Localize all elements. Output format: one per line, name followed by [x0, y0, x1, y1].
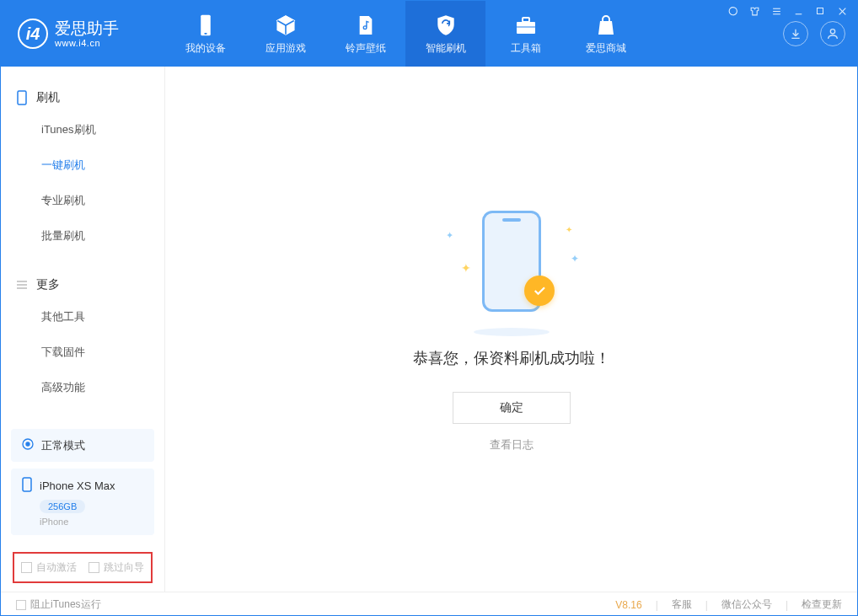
sidebar-item-firmware[interactable]: 下载固件 [1, 335, 164, 370]
footer-link-wechat[interactable]: 微信公众号 [721, 597, 772, 612]
nav-label: 应用游戏 [265, 41, 306, 56]
phone-small-icon [21, 477, 33, 495]
sidebar-head-flash: 刷机 [1, 83, 164, 112]
logo[interactable]: i4 爱思助手 www.i4.cn [1, 19, 165, 49]
cube-icon [275, 13, 297, 38]
user-button[interactable] [820, 21, 845, 46]
nav-ringtone[interactable]: 铃声壁纸 [325, 1, 405, 67]
sidebar-item-pro[interactable]: 专业刷机 [1, 183, 164, 218]
options-highlight: 自动激活 跳过向导 [13, 552, 153, 583]
footer-link-support[interactable]: 客服 [672, 597, 692, 612]
sidebar-head-more: 更多 [1, 271, 164, 299]
nav-apps[interactable]: 应用游戏 [245, 1, 325, 67]
skin-icon[interactable] [748, 4, 761, 18]
sidebar-item-advanced[interactable]: 高级功能 [1, 370, 164, 405]
sidebar-section-title: 更多 [36, 277, 60, 292]
svg-rect-10 [523, 18, 529, 22]
success-text: 恭喜您，保资料刷机成功啦！ [413, 348, 610, 368]
svg-point-18 [26, 442, 29, 446]
toolbox-icon [515, 13, 537, 38]
close-icon[interactable] [835, 4, 849, 18]
nav-my-device[interactable]: 我的设备 [165, 1, 245, 67]
nav: 我的设备 应用游戏 铃声壁纸 智能刷机 工具箱 爱思商城 [165, 1, 646, 67]
nav-label: 铃声壁纸 [346, 41, 386, 56]
svg-rect-19 [23, 478, 31, 491]
nav-toolbox[interactable]: 工具箱 [485, 1, 566, 67]
bag-icon [596, 13, 616, 38]
nav-label: 智能刷机 [426, 41, 466, 56]
sidebar-item-oneclick[interactable]: 一键刷机 [1, 147, 164, 183]
success-illustration: ✦ ✦ ✦ ✦ [436, 206, 587, 333]
music-file-icon [357, 13, 375, 38]
mode-label: 正常模式 [41, 438, 85, 453]
ok-button[interactable]: 确定 [453, 392, 571, 424]
block-itunes-checkbox[interactable]: 阻止iTunes运行 [16, 597, 101, 612]
view-log-link[interactable]: 查看日志 [490, 437, 534, 453]
menu-icon[interactable] [770, 4, 783, 18]
window-controls [726, 4, 849, 18]
sidebar-item-batch[interactable]: 批量刷机 [1, 218, 164, 254]
check-badge-icon [524, 276, 555, 306]
nav-label: 工具箱 [511, 41, 541, 56]
minimize-icon[interactable] [791, 4, 805, 18]
sidebar-item-other[interactable]: 其他工具 [1, 299, 164, 335]
maximize-icon[interactable] [813, 4, 827, 18]
nav-label: 爱思商城 [586, 41, 626, 56]
svg-rect-7 [201, 14, 211, 35]
skip-guide-checkbox[interactable]: 跳过向导 [88, 560, 144, 575]
app-url: www.i4.cn [55, 38, 119, 49]
logo-icon: i4 [18, 19, 48, 49]
device-card[interactable]: iPhone XS Max 256GB iPhone [11, 469, 154, 535]
mode-icon [21, 437, 35, 453]
list-icon [16, 279, 28, 291]
footer-link-update[interactable]: 检查更新 [802, 597, 842, 612]
svg-rect-8 [204, 33, 206, 35]
svg-rect-4 [818, 8, 823, 14]
device-icon [16, 90, 28, 105]
nav-label: 我的设备 [185, 41, 226, 56]
main-content: ✦ ✦ ✦ ✦ 恭喜您，保资料刷机成功啦！ 确定 查看日志 [165, 67, 857, 592]
sidebar-section-title: 刷机 [36, 90, 60, 105]
sidebar-item-itunes[interactable]: iTunes刷机 [1, 112, 164, 147]
device-type: iPhone [40, 517, 144, 527]
svg-rect-9 [517, 22, 535, 34]
device-name: iPhone XS Max [40, 479, 115, 492]
nav-flash[interactable]: 智能刷机 [405, 1, 485, 67]
device-mode[interactable]: 正常模式 [11, 429, 154, 462]
svg-rect-13 [18, 91, 26, 104]
version-label: V8.16 [615, 599, 641, 611]
footer: 阻止iTunes运行 V8.16 | 客服 | 微信公众号 | 检查更新 [1, 592, 857, 616]
sidebar: 刷机 iTunes刷机 一键刷机 专业刷机 批量刷机 更多 其他工具 下载固件 … [1, 67, 165, 592]
svg-point-12 [830, 29, 834, 34]
phone-icon [197, 13, 214, 38]
auto-activate-checkbox[interactable]: 自动激活 [21, 560, 77, 575]
app-name: 爱思助手 [55, 19, 119, 38]
download-button[interactable] [783, 21, 808, 46]
feedback-icon[interactable] [726, 4, 739, 18]
device-storage: 256GB [40, 500, 85, 513]
nav-store[interactable]: 爱思商城 [566, 1, 646, 67]
shield-refresh-icon [435, 13, 457, 38]
